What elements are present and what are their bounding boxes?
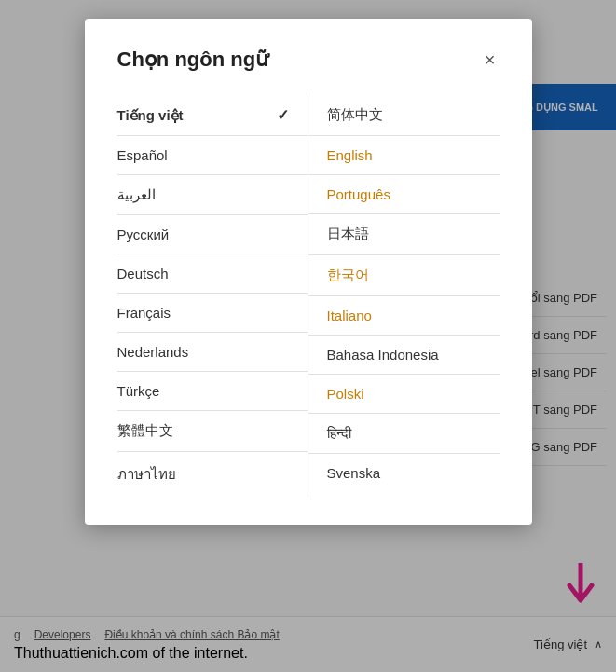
lang-label-svenska: Svenska xyxy=(327,465,381,481)
lang-label-polski: Polski xyxy=(327,386,364,402)
lang-label-simplified-chinese: 简体中文 xyxy=(327,106,383,124)
lang-label-arabic: العربية xyxy=(117,186,156,203)
lang-francais[interactable]: Français xyxy=(117,294,308,333)
lang-portuguese[interactable]: Português xyxy=(308,175,500,214)
lang-english[interactable]: English xyxy=(308,136,500,175)
lang-espanol[interactable]: Español xyxy=(117,136,308,175)
lang-bahasa-indonesia[interactable]: Bahasa Indonesia xyxy=(308,336,500,375)
lang-svenska[interactable]: Svenska xyxy=(308,454,500,492)
modal-header: Chọn ngôn ngữ × xyxy=(117,47,500,73)
lang-label-nederlands: Nederlands xyxy=(117,344,189,360)
lang-korean[interactable]: 한국어 xyxy=(308,255,500,296)
close-button[interactable]: × xyxy=(481,47,500,73)
lang-thai[interactable]: ภาษาไทย xyxy=(117,452,308,497)
lang-label-tieng-viet: Tiếng việt xyxy=(117,107,184,124)
lang-deutsch[interactable]: Deutsch xyxy=(117,254,308,294)
left-column: Tiếng việt ✓ Español العربية Русский Deu… xyxy=(117,95,308,497)
lang-tieng-viet[interactable]: Tiếng việt ✓ xyxy=(117,95,308,136)
lang-label-espanol: Español xyxy=(117,147,168,163)
lang-label-japanese: 日本語 xyxy=(327,226,369,243)
lang-label-francais: Français xyxy=(117,305,171,321)
lang-label-bahasa-indonesia: Bahasa Indonesia xyxy=(327,347,439,363)
lang-label-russian: Русский xyxy=(117,226,170,242)
lang-italiano[interactable]: Italiano xyxy=(308,296,500,336)
lang-label-portuguese: Português xyxy=(327,186,390,202)
lang-label-hindi: हिन्दी xyxy=(327,425,351,442)
lang-arabic[interactable]: العربية xyxy=(117,175,308,215)
modal-title: Chọn ngôn ngữ xyxy=(117,48,269,72)
lang-traditional-chinese[interactable]: 繁體中文 xyxy=(117,411,308,452)
lang-russian[interactable]: Русский xyxy=(117,215,308,254)
check-icon: ✓ xyxy=(277,106,289,124)
lang-label-turkce: Türkçe xyxy=(117,383,160,399)
lang-label-italiano: Italiano xyxy=(327,308,372,323)
lang-hindi[interactable]: हिन्दी xyxy=(308,414,500,454)
lang-label-traditional-chinese: 繁體中文 xyxy=(117,422,173,440)
lang-simplified-chinese[interactable]: 简体中文 xyxy=(308,95,500,136)
lang-label-thai: ภาษาไทย xyxy=(117,463,176,486)
lang-nederlands[interactable]: Nederlands xyxy=(117,333,308,372)
lang-polski[interactable]: Polski xyxy=(308,375,500,414)
lang-japanese[interactable]: 日本語 xyxy=(308,214,500,255)
lang-label-deutsch: Deutsch xyxy=(117,266,169,281)
language-grid: Tiếng việt ✓ Español العربية Русский Deu… xyxy=(117,95,500,497)
right-column: 简体中文 English Português 日本語 한국어 Italiano … xyxy=(308,95,500,497)
language-modal: Chọn ngôn ngữ × Tiếng việt ✓ Español الع… xyxy=(85,19,532,525)
lang-label-english: English xyxy=(327,147,373,163)
lang-turkce[interactable]: Türkçe xyxy=(117,372,308,411)
lang-label-korean: 한국어 xyxy=(327,267,369,284)
